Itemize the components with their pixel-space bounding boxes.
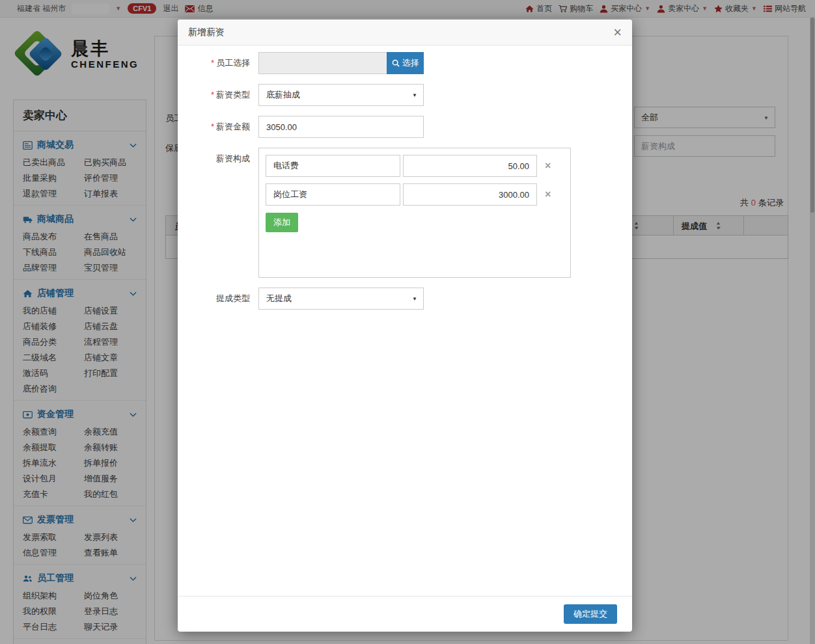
composition-box: × × 添加 (258, 148, 571, 278)
composition-name-input[interactable] (266, 155, 400, 177)
composition-row: × (266, 155, 564, 177)
commission-type-label: 提成类型 (178, 288, 258, 310)
commission-type-select[interactable]: 无提成 ▼ (258, 288, 424, 310)
composition-label: 薪资构成 (178, 148, 258, 278)
choose-employee-button[interactable]: 选择 (387, 52, 424, 74)
composition-amount-input[interactable] (403, 155, 537, 177)
close-icon[interactable]: × (613, 26, 622, 39)
salary-amount-input[interactable] (258, 116, 424, 138)
composition-name-input[interactable] (266, 183, 400, 206)
remove-icon[interactable]: × (545, 183, 551, 206)
add-composition-button[interactable]: 添加 (266, 213, 298, 232)
caret-down-icon: ▼ (412, 289, 417, 310)
required-asterisk: * (211, 58, 214, 68)
modal-footer: 确定提交 (178, 596, 632, 632)
salary-type-label: *薪资类型 (178, 84, 258, 106)
search-icon (392, 59, 400, 67)
submit-button[interactable]: 确定提交 (564, 604, 617, 624)
salary-amount-label: *薪资金额 (178, 116, 258, 138)
composition-amount-input[interactable] (403, 183, 537, 206)
required-asterisk: * (211, 122, 214, 131)
employee-field[interactable] (258, 52, 387, 74)
remove-icon[interactable]: × (545, 155, 551, 177)
caret-down-icon: ▼ (412, 85, 417, 106)
salary-type-select[interactable]: 底薪抽成 ▼ (258, 84, 424, 106)
required-asterisk: * (211, 90, 214, 100)
composition-row: × (266, 183, 564, 206)
modal-title: 新增薪资 (188, 27, 225, 38)
modal-header: 新增薪资 × (178, 20, 632, 46)
employee-select-label: *员工选择 (178, 52, 258, 74)
add-salary-modal: 新增薪资 × *员工选择 选择 *薪资类型 底薪抽成 ▼ (178, 20, 632, 632)
